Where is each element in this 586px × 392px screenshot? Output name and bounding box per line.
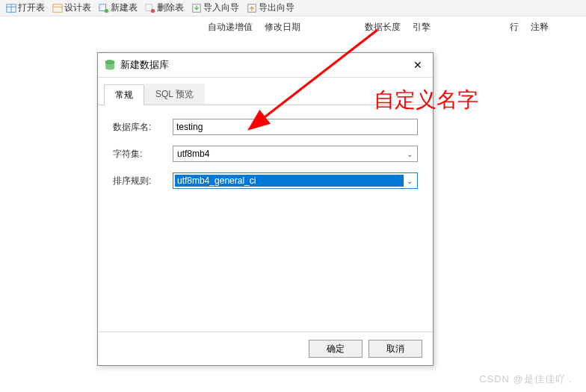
col-auto-increment: 自动递增值: [202, 19, 259, 35]
toolbar-import-wizard[interactable]: 导入向导: [188, 1, 242, 15]
form-area: 数据库名: 字符集: utf8mb4 ⌄ 排序规则: utf8mb4_gener…: [98, 105, 433, 332]
col-rows: 行: [504, 19, 525, 35]
export-icon: [247, 3, 257, 13]
ok-button[interactable]: 确定: [309, 340, 363, 358]
tab-general[interactable]: 常规: [104, 84, 144, 105]
table-icon: [6, 3, 16, 13]
toolbar-export-wizard[interactable]: 导出向导: [244, 1, 297, 15]
toolbar-design-table[interactable]: 设计表: [49, 1, 94, 15]
chevron-down-icon: ⌄: [404, 177, 416, 185]
col-modify-date: 修改日期: [259, 19, 306, 35]
watermark: CSDN @是佳佳吖 .: [479, 373, 573, 386]
close-button[interactable]: ✕: [409, 57, 427, 72]
toolbar-label: 设计表: [64, 1, 91, 14]
chevron-down-icon: ⌄: [404, 150, 416, 158]
charset-select[interactable]: utf8mb4 ⌄: [173, 146, 418, 162]
toolbar-label: 打开表: [18, 1, 45, 14]
toolbar-label: 导出向导: [259, 1, 294, 14]
charset-label: 字符集:: [113, 148, 173, 161]
col-data-length: 数据长度: [359, 19, 407, 35]
collation-value: utf8mb4_general_ci: [175, 175, 404, 187]
import-icon: [191, 3, 202, 13]
collation-label: 排序规则:: [113, 175, 173, 187]
col-engine: 引擎: [407, 19, 437, 35]
table-header-row: 自动递增值 修改日期 数据长度 引擎 行 注释: [0, 16, 586, 38]
toolbar-label: 导入向导: [203, 1, 239, 14]
db-name-label: 数据库名:: [113, 121, 173, 134]
col-comment: 注释: [525, 19, 555, 35]
toolbar-open-table[interactable]: 打开表: [3, 1, 48, 15]
cancel-button[interactable]: 取消: [368, 340, 422, 358]
database-icon: [104, 59, 116, 71]
annotation-text: 自定义名字: [374, 86, 478, 114]
dialog-titlebar: 新建数据库 ✕: [98, 53, 433, 78]
svg-point-8: [151, 8, 155, 12]
design-icon: [52, 3, 63, 13]
toolbar-new-table[interactable]: 新建表: [96, 1, 141, 15]
svg-point-6: [105, 8, 108, 12]
tab-sql-preview[interactable]: SQL 预览: [144, 84, 205, 105]
delete-table-icon: [145, 3, 155, 13]
dialog-button-bar: 确定 取消: [98, 332, 433, 365]
collation-select[interactable]: utf8mb4_general_ci ⌄: [173, 172, 418, 189]
main-toolbar: 打开表 设计表 新建表 删除表 导入向导 导出向导: [0, 0, 586, 16]
toolbar-delete-table[interactable]: 删除表: [142, 1, 187, 15]
db-name-input[interactable]: [173, 119, 418, 135]
svg-rect-3: [53, 4, 62, 12]
dialog-title: 新建数据库: [120, 58, 409, 72]
toolbar-label: 新建表: [111, 1, 138, 14]
new-table-icon: [99, 3, 109, 13]
toolbar-label: 删除表: [157, 1, 184, 14]
charset-value: utf8mb4: [175, 149, 404, 159]
